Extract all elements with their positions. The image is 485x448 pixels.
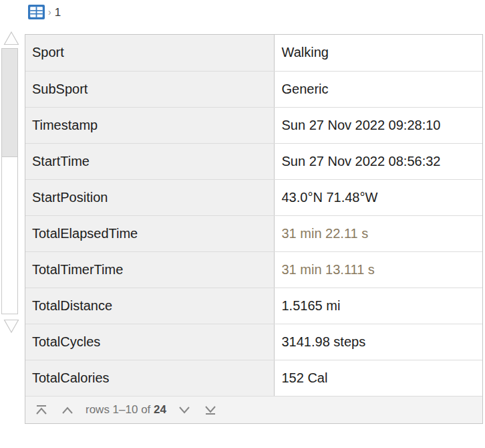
field-cell[interactable]: TotalDistance (25, 288, 274, 324)
value-cell[interactable]: 43.0°N 71.48°W (274, 179, 482, 215)
record-table: SportWalkingSubSportGenericTimestampSun … (25, 35, 482, 397)
value-cell[interactable]: Generic (274, 71, 482, 107)
value-cell[interactable]: Walking (274, 35, 482, 71)
value-cell[interactable]: Sun 27 Nov 2022 08:56:32 (274, 143, 482, 179)
first-page-icon (34, 403, 49, 417)
record-table-panel: SportWalkingSubSportGenericTimestampSun … (25, 34, 483, 424)
scroll-down-triangle-icon[interactable] (3, 319, 19, 334)
rows-status: rows 1–10 of 24 (86, 403, 166, 417)
field-cell[interactable]: SubSport (25, 71, 274, 107)
value-cell[interactable]: 31 min 13.111 s (274, 251, 482, 288)
prev-page-icon (60, 403, 75, 417)
table-row: TotalCalories152 Cal (25, 360, 482, 396)
field-cell[interactable]: TotalCalories (25, 360, 274, 396)
breadcrumb: › 1 (28, 5, 61, 19)
breadcrumb-item[interactable]: 1 (55, 7, 61, 18)
value-cell[interactable]: 1.5165 mi (274, 288, 482, 324)
table-row: TotalTimerTime31 min 13.111 s (25, 251, 482, 288)
field-cell[interactable]: TotalElapsedTime (25, 215, 274, 251)
table-row: TotalElapsedTime31 min 22.11 s (25, 215, 482, 251)
value-cell[interactable]: Sun 27 Nov 2022 09:28:10 (274, 107, 482, 143)
next-page-icon (177, 403, 192, 417)
table-row: TotalCycles3141.98 steps (25, 324, 482, 360)
scrollbar[interactable] (1, 48, 18, 314)
prev-page-button[interactable] (59, 402, 75, 418)
record-table-body: SportWalkingSubSportGenericTimestampSun … (25, 35, 482, 396)
value-cell[interactable]: 31 min 22.11 s (274, 215, 482, 251)
last-page-button[interactable] (202, 402, 218, 418)
next-page-button[interactable] (176, 402, 192, 418)
value-cell[interactable]: 152 Cal (274, 360, 482, 396)
field-cell[interactable]: StartTime (25, 143, 274, 179)
field-cell[interactable]: TotalCycles (25, 324, 274, 360)
pagination-bar: rows 1–10 of 24 (25, 397, 482, 423)
field-cell[interactable]: TotalTimerTime (25, 251, 274, 288)
first-page-button[interactable] (33, 402, 49, 418)
scroll-up-triangle-icon[interactable] (3, 31, 19, 45)
rows-total: 24 (154, 403, 166, 416)
value-cell[interactable]: 3141.98 steps (274, 324, 482, 360)
table-row: StartTimeSun 27 Nov 2022 08:56:32 (25, 143, 482, 179)
table-row: StartPosition43.0°N 71.48°W (25, 179, 482, 215)
breadcrumb-separator: › (48, 7, 51, 17)
scrollbar-thumb[interactable] (2, 49, 17, 157)
field-cell[interactable]: StartPosition (25, 179, 274, 215)
field-cell[interactable]: Timestamp (25, 107, 274, 143)
table-grid-icon[interactable] (28, 5, 45, 19)
rows-range-label: rows 1–10 of (86, 403, 154, 416)
table-row: TotalDistance1.5165 mi (25, 288, 482, 324)
last-page-icon (203, 403, 218, 417)
table-row: SubSportGeneric (25, 71, 482, 107)
table-row: TimestampSun 27 Nov 2022 09:28:10 (25, 107, 482, 143)
field-cell[interactable]: Sport (25, 35, 274, 71)
table-row: SportWalking (25, 35, 482, 71)
